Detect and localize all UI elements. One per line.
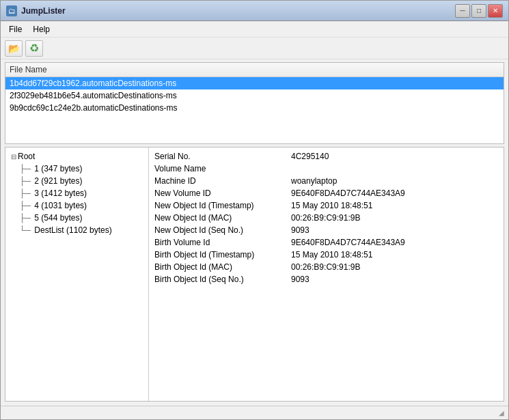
detail-label-machineid: Machine ID <box>154 176 291 186</box>
detail-row-newobj-seq: New Object Id (Seq No.) 9093 <box>149 224 504 236</box>
collapse-icon: ⊟ <box>11 153 16 160</box>
folder-icon: 📂 <box>8 43 20 54</box>
detail-value-serial: 4C295140 <box>291 152 498 161</box>
detail-value-birthobj-seq: 9093 <box>291 275 498 284</box>
detail-value-newobj-seq: 9093 <box>291 225 498 235</box>
tree-node-2[interactable]: ├─ 2 (921 bytes) <box>16 175 148 187</box>
file-list-body[interactable]: 1b4dd67f29cb1962.automaticDestinations-m… <box>5 77 504 143</box>
tree-root-item[interactable]: ⊟ Root <box>5 150 148 163</box>
tree-children: ├─ 1 (347 bytes) ├─ 2 (921 bytes) ├─ 3 (… <box>5 163 148 236</box>
detail-row-birthobj-mac: Birth Object Id (MAC) 00:26:B9:C9:91:9B <box>149 261 504 273</box>
list-item[interactable]: 1b4dd67f29cb1962.automaticDestinations-m… <box>5 77 504 89</box>
minimize-button[interactable]: ─ <box>455 4 470 18</box>
file-name-column-header: File Name <box>10 65 47 74</box>
refresh-icon: ♻ <box>29 42 39 55</box>
list-item[interactable]: 9b9cdc69c1c24e2b.automaticDestinations-m… <box>5 102 504 114</box>
menu-bar: File Help <box>1 21 508 38</box>
detail-label-birthvol: Birth Volume Id <box>154 238 291 247</box>
toolbar: 📂 ♻ <box>1 38 508 59</box>
menu-file[interactable]: File <box>3 23 27 36</box>
open-button[interactable]: 📂 <box>5 40 23 57</box>
detail-value-newobj-mac: 00:26:B9:C9:91:9B <box>291 213 498 223</box>
restore-button[interactable]: □ <box>471 4 486 18</box>
detail-label-newobj-mac: New Object Id (MAC) <box>154 213 291 223</box>
title-bar: 🗂 JumpLister ─ □ ✕ <box>1 1 508 21</box>
detail-row-birthobj-ts: Birth Object Id (Timestamp) 15 May 2010 … <box>149 249 504 261</box>
tree-node-5[interactable]: ├─ 5 (544 bytes) <box>16 212 148 224</box>
detail-label-volname: Volume Name <box>154 164 291 173</box>
detail-row-volname: Volume Name <box>149 163 504 175</box>
detail-row-newobj-ts: New Object Id (Timestamp) 15 May 2010 18… <box>149 199 504 212</box>
window-title: JumpLister <box>21 6 455 16</box>
detail-row-birthvol: Birth Volume Id 9E640F8DA4D7C744AE343A9 <box>149 236 504 249</box>
detail-label-birthobj-ts: Birth Object Id (Timestamp) <box>154 250 291 260</box>
detail-label-serial: Serial No. <box>154 152 291 161</box>
detail-value-newvolid: 9E640F8DA4D7C744AE343A9 <box>291 188 498 198</box>
tree-node-3[interactable]: ├─ 3 (1412 bytes) <box>16 187 148 199</box>
window-controls: ─ □ ✕ <box>455 4 503 18</box>
detail-row-machineid: Machine ID woanylaptop <box>149 175 504 187</box>
detail-pane[interactable]: Serial No. 4C295140 Volume Name Machine … <box>149 148 504 401</box>
refresh-button[interactable]: ♻ <box>25 40 43 57</box>
detail-label-newvolid: New Volume ID <box>154 188 291 198</box>
list-item[interactable]: 2f3029eb481b6e54.automaticDestinations-m… <box>5 89 504 102</box>
detail-value-birthobj-mac: 00:26:B9:C9:91:9B <box>291 262 498 272</box>
detail-row-newobj-mac: New Object Id (MAC) 00:26:B9:C9:91:9B <box>149 212 504 224</box>
bottom-section: ⊟ Root ├─ 1 (347 bytes) ├─ 2 (921 bytes)… <box>5 147 504 402</box>
main-window: 🗂 JumpLister ─ □ ✕ File Help 📂 ♻ File Na… <box>0 0 509 420</box>
file-list-header: File Name <box>5 63 504 77</box>
app-icon: 🗂 <box>6 5 17 16</box>
detail-label-newobj-seq: New Object Id (Seq No.) <box>154 225 291 235</box>
detail-row-serial: Serial No. 4C295140 <box>149 150 504 163</box>
tree-pane[interactable]: ⊟ Root ├─ 1 (347 bytes) ├─ 2 (921 bytes)… <box>5 148 149 401</box>
detail-value-newobj-ts: 15 May 2010 18:48:51 <box>291 201 498 210</box>
detail-value-birthobj-ts: 15 May 2010 18:48:51 <box>291 250 498 260</box>
tree-node-destlist[interactable]: └─ DestList (1102 bytes) <box>16 224 148 236</box>
detail-row-newvolid: New Volume ID 9E640F8DA4D7C744AE343A9 <box>149 187 504 199</box>
detail-value-birthvol: 9E640F8DA4D7C744AE343A9 <box>291 238 498 247</box>
tree-node-1[interactable]: ├─ 1 (347 bytes) <box>16 163 148 175</box>
detail-label-newobj-ts: New Object Id (Timestamp) <box>154 201 291 210</box>
detail-value-machineid: woanylaptop <box>291 176 498 186</box>
file-list-section: File Name 1b4dd67f29cb1962.automaticDest… <box>5 62 504 144</box>
status-bar: ◢ <box>1 406 508 419</box>
close-button[interactable]: ✕ <box>488 4 503 18</box>
tree-node-4[interactable]: ├─ 4 (1031 bytes) <box>16 199 148 212</box>
detail-label-birthobj-mac: Birth Object Id (MAC) <box>154 262 291 272</box>
detail-row-birthobj-seq: Birth Object Id (Seq No.) 9093 <box>149 273 504 285</box>
resize-grip: ◢ <box>499 409 504 417</box>
menu-help[interactable]: Help <box>27 23 55 36</box>
detail-label-birthobj-seq: Birth Object Id (Seq No.) <box>154 275 291 284</box>
tree-root-label: Root <box>18 152 35 161</box>
